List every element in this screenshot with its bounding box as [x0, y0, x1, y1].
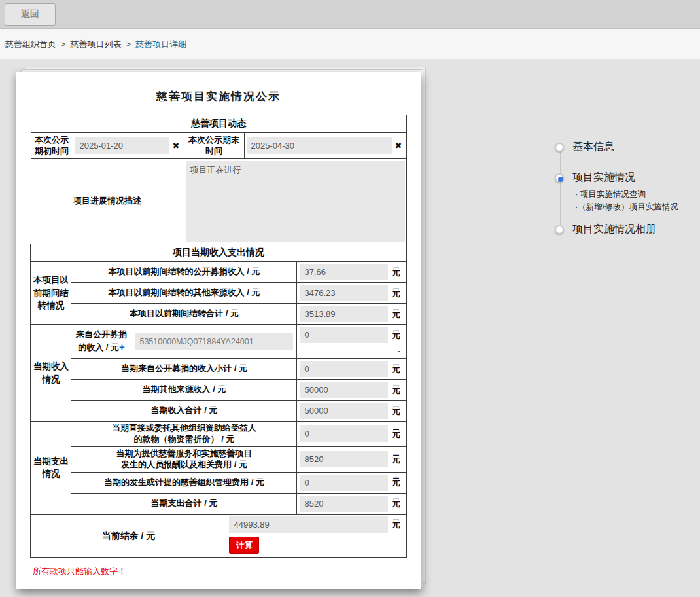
admin-expense-label: 当期的发生或计提的慈善组织管理费用 / 元 [71, 472, 297, 493]
stepper-substeps: · 项目实施情况查询 ·（新增/修改）项目实施情况 [575, 189, 700, 213]
numeric-only-note: 所有款项只能输入数字！ [33, 566, 407, 577]
group-label-expense: 当期支出情况 [31, 422, 71, 515]
other-income-label: 当期其他来源收入 / 元 [71, 380, 297, 401]
breadcrumb-separator: > [61, 39, 66, 49]
staff-expense-input[interactable] [300, 451, 388, 467]
income-total-label: 当期收入合计 / 元 [71, 401, 297, 422]
step-label: 项目实施情况 [572, 171, 635, 185]
section-header-money: 项目当期收入支出情况 [31, 244, 406, 262]
aid-expense-label: 当期直接或委托其他组织资助给受益人 的款物（物资需折价） / 元 [71, 422, 297, 447]
unit-label: 元 [392, 497, 401, 509]
step-label: 基本信息 [572, 140, 614, 154]
unit-label: 元 [392, 308, 401, 320]
other-income-input[interactable] [300, 382, 388, 398]
add-donation-row-icon[interactable]: + [119, 341, 125, 352]
step-implementation[interactable]: 项目实施情况 [555, 171, 700, 185]
step-circle-icon [555, 225, 564, 234]
unit-label: 元 [392, 287, 401, 299]
expense-total-label: 当期支出合计 / 元 [71, 493, 297, 514]
staff-expense-label: 当期为提供慈善服务和实施慈善项目 发生的人员报酬以及相关费用 / 元 [71, 446, 297, 472]
progress-label: 项目进展情况描述 [31, 159, 184, 244]
unit-label: 元 [392, 384, 401, 396]
dynamics-table: 慈善项目动态 本次公示期初时间 ✖ 本次公示期末时间 ✖ [31, 115, 407, 244]
breadcrumb-home[interactable]: 慈善组织首页 [5, 39, 56, 50]
donation-amount-input[interactable] [300, 327, 388, 343]
end-date-label: 本次公示期末时间 [184, 133, 244, 159]
breadcrumb-project-detail[interactable]: 慈善项目详细 [135, 39, 186, 50]
carry-public-income-label: 本项目以前期间结转的公开募捐收入 / 元 [71, 262, 297, 283]
carry-public-income-input[interactable] [300, 264, 388, 280]
donation-code-input[interactable] [135, 333, 293, 350]
start-date-label: 本次公示期初时间 [31, 133, 73, 159]
step-implementation-album[interactable]: 项目实施情况相册 [555, 223, 700, 236]
breadcrumb-separator: > [126, 39, 131, 49]
donation-income-label: 来自公开募捐的收入 / 元+ [71, 325, 131, 359]
unit-label: 元 [392, 363, 401, 375]
unit-label: 元 [392, 266, 401, 278]
donation-subtotal-input[interactable] [300, 361, 388, 377]
breadcrumb: 慈善组织首页 > 慈善项目列表 > 慈善项目详细 [0, 29, 700, 59]
page-title: 慈善项目实施情况公示 [30, 89, 407, 104]
money-table: 项目当期收入支出情况 本项目以前期间结转情况 本项目以前期间结转的公开募捐收入 … [30, 244, 406, 558]
progress-textarea[interactable]: 项目正在进行 [186, 161, 405, 242]
step-circle-icon [555, 143, 564, 152]
back-button[interactable]: 返回 [5, 3, 56, 26]
unit-label: 元 [392, 518, 401, 530]
calculate-button[interactable]: 计算 [229, 537, 259, 554]
income-total-input[interactable] [300, 403, 388, 419]
admin-expense-input[interactable] [300, 475, 388, 491]
unit-label: 元 [392, 405, 401, 417]
clear-end-date-icon[interactable]: ✖ [395, 141, 402, 150]
remove-donation-row-icon[interactable]: - [398, 346, 401, 356]
section-header-dynamics: 慈善项目动态 [31, 115, 406, 133]
aid-expense-input[interactable] [300, 425, 388, 442]
carry-total-input[interactable] [300, 306, 388, 322]
expense-total-input[interactable] [300, 496, 388, 512]
unit-label: 元 [392, 428, 401, 440]
step-label: 项目实施情况相册 [572, 223, 656, 236]
group-label-carryover: 本项目以前期间结转情况 [31, 262, 71, 325]
unit-label: 元 [392, 454, 401, 465]
group-label-income: 当期收入情况 [31, 325, 71, 422]
top-bar: 返回 [0, 0, 700, 29]
clear-start-date-icon[interactable]: ✖ [173, 141, 180, 150]
breadcrumb-project-list[interactable]: 慈善项目列表 [71, 39, 122, 50]
balance-input[interactable] [229, 516, 388, 533]
donation-subtotal-label: 当期来自公开募捐的收入小计 / 元 [71, 359, 297, 380]
unit-label: 元 [392, 329, 401, 341]
step-basic-info[interactable]: 基本信息 [555, 140, 700, 154]
end-date-input[interactable] [247, 137, 392, 154]
substep-implementation-query[interactable]: · 项目实施情况查询 [575, 189, 700, 201]
stepper-connector-line [560, 148, 561, 229]
substep-implementation-edit[interactable]: ·（新增/修改）项目实施情况 [575, 201, 700, 213]
carry-total-label: 本项目以前期间结转合计 / 元 [71, 304, 297, 325]
unit-label: 元 [392, 477, 401, 488]
stepper: 基本信息 项目实施情况 · 项目实施情况查询 ·（新增/修改）项目实施情况 项目… [555, 140, 700, 236]
start-date-input[interactable] [75, 137, 169, 154]
step-circle-active-icon [555, 173, 564, 183]
form-card: 慈善项目实施情况公示 慈善项目动态 本次公示期初时间 ✖ 本次公示期末时间 [16, 72, 421, 589]
balance-label: 当前结余 / 元 [31, 514, 226, 557]
carry-other-income-label: 本项目以前期间结转的其他来源收入 / 元 [71, 283, 297, 304]
carry-other-income-input[interactable] [300, 285, 388, 301]
form-card-stack: 慈善项目实施情况公示 慈善项目动态 本次公示期初时间 ✖ 本次公示期末时间 [16, 72, 421, 589]
